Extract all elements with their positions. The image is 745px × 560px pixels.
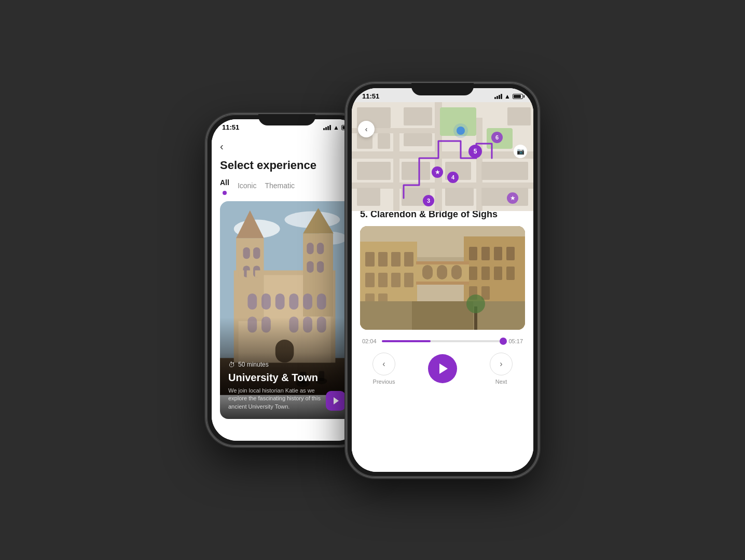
location-image xyxy=(360,226,525,330)
wifi-icon: ▲ xyxy=(333,124,339,131)
svg-rect-97 xyxy=(469,267,477,280)
svg-rect-108 xyxy=(416,282,469,285)
svg-rect-100 xyxy=(506,267,515,280)
previous-label: Previous xyxy=(373,379,395,385)
right-time: 11:51 xyxy=(362,92,379,100)
svg-rect-50 xyxy=(378,133,390,149)
previous-group: ‹ Previous xyxy=(373,353,395,385)
svg-point-71 xyxy=(453,123,468,138)
progress-fill xyxy=(382,340,431,342)
right-status-icons: ▲ xyxy=(494,93,523,100)
svg-text:6: 6 xyxy=(495,134,499,141)
svg-text:3: 3 xyxy=(427,198,430,204)
left-phone-inner: 11:51 ▲ ‹ Select experience xyxy=(212,119,362,441)
progress-thumb xyxy=(500,338,507,345)
page-title: Select experience xyxy=(220,159,354,172)
content-panel: 5. Clarendon & Bridge of Sighs xyxy=(352,201,533,472)
svg-rect-59 xyxy=(481,188,528,206)
svg-rect-56 xyxy=(481,162,528,180)
svg-rect-104 xyxy=(422,265,433,279)
svg-text:📷: 📷 xyxy=(517,147,525,155)
back-button[interactable]: ‹ xyxy=(220,138,354,155)
duration-text: 50 minutes xyxy=(238,361,269,368)
svg-rect-88 xyxy=(391,273,401,287)
clock-icon: ⏱ xyxy=(228,361,235,369)
svg-rect-86 xyxy=(365,273,375,287)
svg-text:★: ★ xyxy=(510,194,516,202)
tab-all[interactable]: All xyxy=(220,178,229,189)
notch-right xyxy=(411,83,474,95)
audio-player: 02:04 05:17 ‹ Previous xyxy=(360,338,525,385)
tabs-container: All Iconic Thematic xyxy=(220,178,354,195)
right-phone: 11:51 ▲ xyxy=(347,83,539,477)
left-time: 11:51 xyxy=(222,123,239,131)
svg-rect-54 xyxy=(404,133,432,146)
tour-card: ⏱ 50 minutes University & Town We join l… xyxy=(220,201,354,419)
svg-text:★: ★ xyxy=(435,169,440,176)
svg-rect-42 xyxy=(393,133,399,211)
total-time: 05:17 xyxy=(507,338,523,344)
left-screen: 11:51 ▲ ‹ Select experience xyxy=(212,119,362,441)
next-label: Next xyxy=(495,379,507,385)
svg-text:4: 4 xyxy=(451,174,455,180)
progress-track[interactable] xyxy=(382,340,503,342)
svg-rect-60 xyxy=(402,162,430,180)
svg-rect-87 xyxy=(378,273,388,287)
svg-rect-89 xyxy=(404,273,413,287)
tab-iconic[interactable]: Iconic xyxy=(238,181,257,192)
svg-rect-58 xyxy=(445,188,474,206)
svg-rect-110 xyxy=(412,301,473,330)
left-header: ‹ Select experience All Iconic Thematic xyxy=(212,133,362,195)
notch-left xyxy=(258,114,315,125)
player-controls: ‹ Previous › Next xyxy=(362,353,523,385)
tab-indicator xyxy=(223,191,227,195)
svg-rect-84 xyxy=(391,252,401,267)
time-bar: 02:04 05:17 xyxy=(362,338,523,344)
right-battery-icon xyxy=(513,94,523,99)
svg-rect-106 xyxy=(451,265,462,279)
svg-rect-83 xyxy=(378,252,388,267)
tour-overlay: ⏱ 50 minutes University & Town We join l… xyxy=(220,353,354,419)
right-wifi-icon: ▲ xyxy=(504,93,511,100)
left-phone: 11:51 ▲ ‹ Select experience xyxy=(206,114,367,446)
right-screen: 11:51 ▲ xyxy=(352,88,533,472)
svg-text:5: 5 xyxy=(474,148,477,155)
tour-play-button[interactable] xyxy=(326,391,346,411)
tour-name: University & Town xyxy=(228,372,346,384)
svg-rect-51 xyxy=(357,162,391,180)
svg-rect-52 xyxy=(357,188,380,206)
svg-rect-53 xyxy=(404,107,432,125)
svg-rect-98 xyxy=(481,267,490,280)
map-back-button[interactable]: ‹ xyxy=(358,121,375,137)
svg-rect-40 xyxy=(352,151,533,159)
play-icon-large xyxy=(439,363,448,374)
next-button[interactable]: › xyxy=(490,353,513,375)
svg-rect-57 xyxy=(507,107,531,125)
map-svg: 3 4 5 6 xyxy=(352,102,533,211)
svg-rect-95 xyxy=(494,247,502,260)
next-group: › Next xyxy=(490,353,513,385)
map-area: 3 4 5 6 xyxy=(352,102,533,211)
svg-rect-85 xyxy=(404,252,413,267)
svg-rect-82 xyxy=(365,252,375,267)
right-signal-icon xyxy=(494,94,502,99)
signal-icon xyxy=(323,125,331,130)
tour-description: We join local historian Katie as we expl… xyxy=(228,387,332,411)
svg-rect-96 xyxy=(506,247,515,260)
svg-rect-105 xyxy=(437,265,447,279)
bridge-image-svg xyxy=(360,226,525,330)
phones-container: 11:51 ▲ ‹ Select experience xyxy=(206,83,539,477)
play-icon xyxy=(334,397,339,404)
play-button[interactable] xyxy=(428,354,457,383)
svg-point-112 xyxy=(466,295,485,313)
right-phone-inner: 11:51 ▲ xyxy=(352,88,533,472)
svg-rect-94 xyxy=(481,247,490,260)
svg-rect-99 xyxy=(494,267,502,280)
svg-rect-107 xyxy=(416,261,469,264)
tab-thematic[interactable]: Thematic xyxy=(265,181,295,192)
current-time: 02:04 xyxy=(362,338,378,344)
previous-button[interactable]: ‹ xyxy=(373,353,395,375)
duration-badge: ⏱ 50 minutes xyxy=(228,361,346,369)
svg-rect-93 xyxy=(469,247,477,260)
